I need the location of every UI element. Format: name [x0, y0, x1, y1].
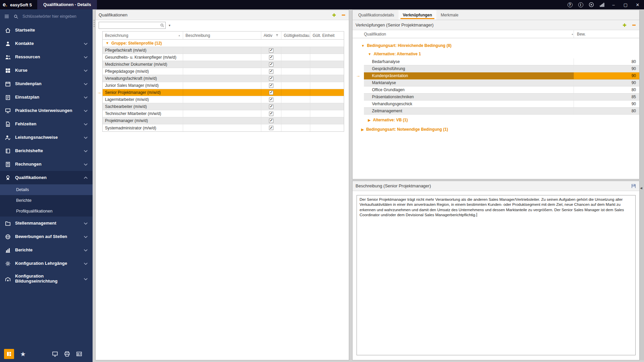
tree-group-alternative-vb[interactable]: ▶Alternative: VB (1)	[353, 116, 639, 124]
sidebar-item-startseite[interactable]: Startseite	[0, 23, 93, 37]
aktiv-checkbox[interactable]	[269, 105, 273, 109]
sidebar-item-stellenmanagement[interactable]: Stellenmanagement	[0, 217, 93, 230]
contact-card-icon[interactable]	[76, 351, 82, 357]
sidebar-item-ressourcen[interactable]: Ressourcen	[0, 50, 93, 64]
sidebar-item-einsatzplan[interactable]: Einsatzplan	[0, 90, 93, 104]
description-textarea[interactable]: Der Senior Projektmanager trägt nicht me…	[357, 195, 636, 355]
tree-row[interactable]: Bedarfsanalyse80	[364, 58, 639, 65]
table-row[interactable]: Projektmanager (m/w/d)	[103, 117, 344, 124]
sidebar-item-stundenplan[interactable]: Stundenplan	[0, 77, 93, 90]
sidebar-item-fehlzeiten[interactable]: Fehlzeiten	[0, 117, 93, 131]
chevron-expanded-icon: ▼	[368, 52, 371, 56]
table-row-selected[interactable]: →Senior Projektmanager (m/w/d)	[103, 89, 344, 96]
tree-group-hinreichende-bedingung[interactable]: ▼Bedingungsart: Hinreichende Bedingung (…	[353, 42, 639, 49]
aktiv-checkbox[interactable]	[269, 119, 273, 123]
aktiv-checkbox[interactable]	[269, 62, 273, 67]
dashboard-icon[interactable]	[4, 349, 14, 359]
sort-icon: ▲	[177, 34, 180, 37]
table-row[interactable]: Gesundheits- u. Krankenpfleger (m/w/d)	[103, 54, 344, 61]
timetable-icon	[5, 81, 11, 87]
sidebar-subitem-profilqualifikationen[interactable]: Profilqualifikationen	[0, 206, 93, 217]
sidebar-menu: Startseite Kontakte Ressourcen Kurse Stu…	[0, 23, 93, 346]
minimize-button[interactable]: –	[608, 0, 619, 9]
aktiv-checkbox[interactable]	[269, 126, 273, 130]
qualifikationen-submenu: Details Berichte Profilqualifikationen	[0, 184, 93, 217]
sidebar-item-qualifikationen[interactable]: Qualifikationen	[0, 171, 93, 184]
group-row-stellenprofile[interactable]: ▼Gruppe: Stellenprofile (12)	[103, 40, 344, 47]
tree-row[interactable]: Marktanalyse90	[364, 79, 639, 86]
collapse-arrow-icon[interactable]: ◀	[640, 186, 642, 190]
print-icon[interactable]	[64, 351, 70, 357]
aktiv-checkbox[interactable]	[269, 69, 273, 74]
sidebar-item-kurse[interactable]: Kurse	[0, 64, 93, 77]
add-qualification-button[interactable]	[332, 13, 336, 17]
favorites-star-icon[interactable]: ★	[20, 351, 26, 357]
aktiv-checkbox[interactable]	[269, 98, 273, 102]
sidebar-item-rechnungen[interactable]: Rechnungen	[0, 158, 93, 171]
table-header: Bezeichnung▲ Beschreibung Aktiv Gültigke…	[103, 32, 344, 40]
aktiv-checkbox[interactable]	[269, 112, 273, 116]
dock-edge-strip[interactable]: ◀	[640, 10, 644, 360]
qualifications-table: Bezeichnung▲ Beschreibung Aktiv Gültigke…	[102, 31, 344, 132]
search-options-dropdown[interactable]: ▾	[167, 22, 172, 29]
remote-screen-icon[interactable]	[52, 351, 58, 357]
tree-group-alternative-1[interactable]: ▼Alternative: Alternative 1	[353, 50, 639, 58]
sidebar-item-konfiguration-bildungseinrichtung[interactable]: Konfiguration Bildungseinrichtung	[0, 270, 93, 288]
table-row[interactable]: Sachbearbeiter (m/w/d)	[103, 103, 344, 110]
filter-funnel-icon[interactable]	[275, 33, 279, 38]
info-icon[interactable]: i	[576, 1, 585, 9]
remove-qualification-button[interactable]	[341, 13, 346, 17]
table-row[interactable]: Lagermitarbeiter (m/w/d)	[103, 96, 344, 103]
maximize-button[interactable]: ▢	[621, 0, 631, 9]
sidebar-item-berichtshefte[interactable]: Berichtshefte	[0, 144, 93, 158]
aktiv-checkbox[interactable]	[269, 48, 273, 53]
help-icon[interactable]: ?	[566, 1, 574, 9]
aktiv-checkbox[interactable]	[269, 55, 273, 60]
aktiv-checkbox[interactable]	[269, 76, 273, 81]
add-link-button[interactable]	[622, 23, 627, 27]
table-row[interactable]: Pflegefachkraft (m/w/d)	[103, 47, 344, 54]
tree-row[interactable]: Gesprächsführung90	[364, 65, 639, 72]
table-row[interactable]: Junior Sales Manager (m/w/d)	[103, 82, 344, 89]
sidebar-item-kontakte[interactable]: Kontakte	[0, 37, 93, 50]
sidebar-subitem-details[interactable]: Details	[0, 184, 93, 195]
table-row[interactable]: Systemadministrator (m/w/d)	[103, 124, 344, 131]
sidebar-item-bewerbungen-auf-stellen[interactable]: Bewerbungen auf Stellen	[0, 230, 93, 243]
table-row[interactable]: Pflegepädagoge (m/w/d)	[103, 68, 344, 75]
sidebar-item-praktische-unterweisungen[interactable]: Praktische Unterweisungen	[0, 104, 93, 117]
chevron-down-icon	[83, 68, 89, 73]
aktiv-checkbox[interactable]	[269, 90, 273, 95]
aktiv-checkbox[interactable]	[269, 83, 273, 88]
qualification-search-input[interactable]	[99, 23, 159, 27]
sidebar-item-leistungsnachweise[interactable]: Leistungsnachweise	[0, 131, 93, 144]
tab-verknuepfungen[interactable]: Verknüpfungen	[398, 10, 436, 20]
table-row[interactable]: Medizinischer Dokumentar (m/w/d)	[103, 61, 344, 68]
document-tab[interactable]: Qualifikationen - Details	[37, 0, 97, 9]
menu-hamburger-icon[interactable]	[4, 14, 9, 19]
chevron-down-icon	[83, 162, 89, 167]
tree-row[interactable]: Präsentationstechniken85	[364, 94, 639, 101]
tree-group-notwendige-bedingung[interactable]: ▶Bedingungsart: Notwendige Bedingung (1)	[353, 126, 639, 133]
table-row[interactable]: Verwaltungsfachkraft (m/w/d)	[103, 75, 344, 82]
tab-qualifikationsdetails[interactable]: Qualifikationsdetails	[354, 10, 398, 20]
sidebar-search-input[interactable]	[22, 14, 89, 19]
tree-row-selected[interactable]: →Kundenpräsentation90	[364, 72, 639, 79]
chevron-expanded-icon: ▼	[361, 44, 365, 48]
table-row[interactable]: Technischer Mitarbeiter (m/w/d)	[103, 110, 344, 117]
reports-icon	[5, 247, 11, 253]
sidebar-item-konfiguration-lehrgaenge[interactable]: Konfiguration Lehrgänge	[0, 257, 93, 270]
tree-row[interactable]: Verhandlungsgeschick90	[364, 101, 639, 108]
sidebar-subitem-berichte[interactable]: Berichte	[0, 195, 93, 206]
remove-link-button[interactable]	[632, 23, 636, 27]
sort-icon: ▲	[570, 33, 574, 35]
close-button[interactable]: ✕	[633, 0, 643, 9]
sidebar-item-berichte[interactable]: Berichte	[0, 243, 93, 257]
play-icon[interactable]	[587, 1, 596, 9]
chevron-down-icon	[83, 108, 89, 114]
search-icon[interactable]	[159, 22, 165, 28]
save-floppy-icon[interactable]	[631, 183, 636, 189]
panel-splitter[interactable]	[93, 10, 95, 360]
tree-row[interactable]: Office Grundlagen80	[364, 86, 639, 94]
tree-row[interactable]: Zeitmanagement80	[364, 108, 639, 115]
tab-merkmale[interactable]: Merkmale	[436, 10, 463, 20]
